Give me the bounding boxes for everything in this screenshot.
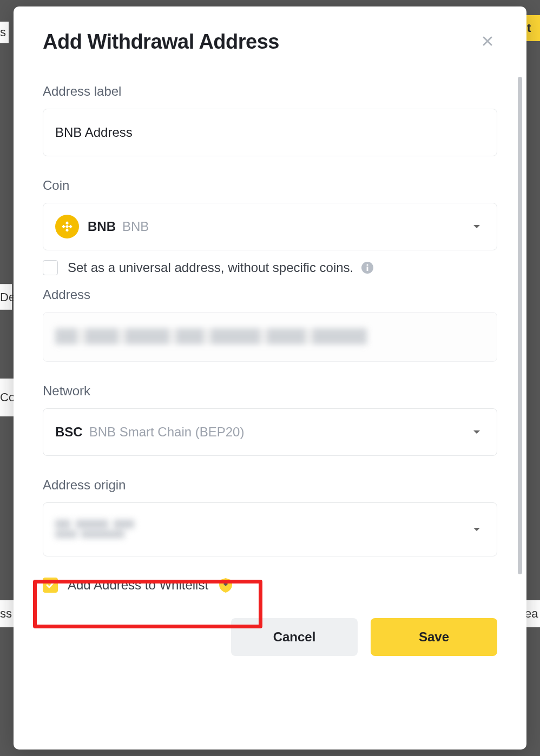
redacted-origin-value	[55, 520, 134, 539]
chevron-down-icon	[473, 222, 480, 231]
close-button[interactable]	[478, 32, 497, 52]
svg-point-4	[367, 264, 368, 266]
label-coin: Coin	[43, 178, 497, 193]
coin-select[interactable]: BNB BNB	[43, 203, 497, 250]
label-address-origin: Address origin	[43, 478, 497, 493]
network-name: BNB Smart Chain (BEP20)	[89, 425, 245, 440]
address-label-input[interactable]	[43, 109, 497, 156]
field-address-origin: Address origin	[43, 478, 497, 556]
close-icon	[481, 35, 494, 49]
universal-address-checkbox[interactable]	[43, 260, 58, 275]
field-network: Network BSC BNB Smart Chain (BEP20)	[43, 383, 497, 456]
address-origin-select[interactable]	[43, 502, 497, 556]
coin-name: BNB	[122, 219, 149, 234]
field-coin: Coin BNB BNB	[43, 178, 497, 275]
address-input[interactable]	[43, 312, 497, 362]
save-button[interactable]: Save	[371, 618, 497, 656]
field-address: Address	[43, 287, 497, 362]
chevron-down-icon	[473, 427, 480, 437]
whitelist-row: Add Address to Whitelist	[43, 572, 497, 599]
network-symbol: BSC	[55, 425, 83, 440]
scrollbar[interactable]	[518, 77, 522, 574]
modal-title: Add Withdrawal Address	[43, 30, 279, 54]
coin-symbol: BNB	[88, 219, 116, 234]
network-select[interactable]: BSC BNB Smart Chain (BEP20)	[43, 408, 497, 456]
svg-rect-3	[367, 267, 368, 271]
field-address-label: Address label	[43, 84, 497, 156]
shield-icon	[218, 577, 233, 593]
redacted-address-value	[55, 322, 485, 350]
whitelist-checkbox[interactable]	[43, 578, 58, 593]
cancel-button[interactable]: Cancel	[231, 618, 358, 656]
whitelist-label: Add Address to Whitelist	[68, 578, 208, 593]
chevron-down-icon	[473, 525, 480, 534]
label-network: Network	[43, 383, 497, 399]
bnb-icon	[55, 215, 79, 238]
add-withdrawal-address-modal: Add Withdrawal Address Address label Coi…	[14, 6, 526, 750]
info-icon[interactable]	[361, 261, 374, 274]
label-address: Address	[43, 287, 497, 302]
universal-address-label: Set as a universal address, without spec…	[68, 260, 353, 275]
label-address-label: Address label	[43, 84, 497, 99]
